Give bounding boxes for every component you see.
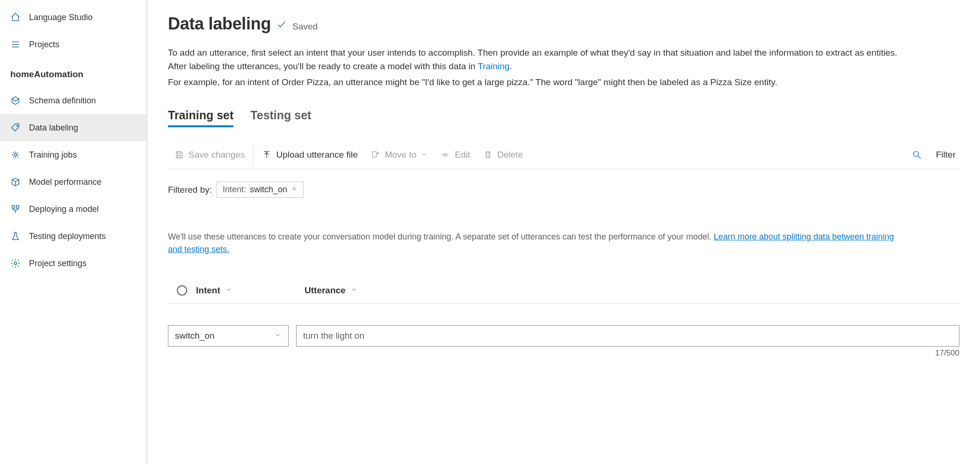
upload-utterance-button[interactable]: Upload utterance file — [255, 141, 364, 169]
tag-icon — [10, 123, 21, 133]
tab-training-set[interactable]: Training set — [168, 109, 233, 127]
deploy-icon — [10, 204, 21, 214]
intent-select-value: switch_on — [175, 331, 215, 341]
gear-icon — [10, 258, 21, 268]
toolbar: Save changes Upload utterance file Move … — [168, 140, 959, 169]
sidebar-item-deploying-model[interactable]: Deploying a model — [0, 196, 146, 223]
svg-rect-8 — [178, 155, 181, 158]
toolbar-label: Save changes — [189, 150, 245, 160]
sidebar-top-label: Language Studio — [29, 13, 93, 22]
edit-button[interactable]: Edit — [434, 141, 477, 169]
input-row: switch_on 17/500 — [168, 325, 959, 358]
sidebar-item-label: Data labeling — [29, 123, 78, 133]
svg-point-3 — [16, 125, 17, 126]
move-to-button[interactable]: Move to — [364, 141, 435, 169]
info-paragraph: We'll use these utterances to create you… — [168, 231, 898, 256]
sidebar-top-projects[interactable]: Projects — [0, 31, 146, 58]
save-icon — [174, 150, 184, 160]
search-button[interactable] — [912, 150, 922, 160]
toolbar-divider — [253, 143, 254, 167]
desc-text: To add an utterance, first select an int… — [168, 48, 897, 71]
sidebar-item-testing-deployments[interactable]: Testing deployments — [0, 223, 146, 250]
page-title-row: Data labeling Saved — [168, 14, 959, 34]
toolbar-label: Upload utterance file — [276, 150, 357, 160]
filtered-by-label: Filtered by: — [168, 185, 212, 195]
filter-row: Filtered by: Intent: switch_on — [168, 181, 959, 198]
sidebar-item-training-jobs[interactable]: Training jobs — [0, 141, 146, 168]
col-header-label: Utterance — [305, 285, 346, 296]
delete-button[interactable]: Delete — [477, 141, 530, 169]
toolbar-label: Filter — [936, 150, 956, 160]
circle-icon — [177, 285, 187, 296]
page-title: Data labeling — [168, 14, 271, 34]
filter-button[interactable]: Filter — [931, 150, 956, 160]
sidebar-item-label: Project settings — [29, 259, 87, 268]
schema-icon — [10, 95, 21, 106]
chevron-down-icon — [421, 150, 428, 160]
svg-line-13 — [918, 156, 921, 159]
save-changes-button[interactable]: Save changes — [168, 141, 251, 169]
svg-point-4 — [14, 153, 17, 156]
chevron-down-icon — [274, 331, 282, 341]
toolbar-label: Edit — [455, 150, 470, 160]
trash-icon — [483, 150, 493, 160]
main-content: Data labeling Saved To add an utterance,… — [147, 0, 980, 464]
col-header-label: Intent — [196, 285, 220, 296]
desc-text-end: . — [509, 61, 512, 71]
svg-point-12 — [913, 151, 918, 156]
cube-icon — [10, 177, 21, 187]
saved-status: Saved — [292, 22, 318, 32]
chevron-down-icon — [350, 285, 358, 296]
training-link[interactable]: Training — [478, 61, 509, 71]
sidebar-item-label: Schema definition — [29, 96, 96, 106]
move-icon — [371, 150, 380, 160]
svg-rect-6 — [16, 206, 19, 209]
svg-rect-5 — [12, 206, 15, 209]
svg-rect-9 — [178, 152, 181, 153]
toolbar-label: Delete — [497, 150, 523, 160]
flask-icon — [10, 231, 21, 241]
utterance-input[interactable] — [296, 325, 959, 347]
tabs: Training set Testing set — [168, 109, 959, 127]
sidebar-item-label: Model performance — [29, 177, 102, 187]
search-icon — [912, 150, 922, 160]
checkmark-icon — [276, 19, 287, 29]
sidebar-item-label: Training jobs — [29, 150, 77, 160]
filter-chip[interactable]: Intent: switch_on — [217, 181, 304, 198]
intent-select[interactable]: switch_on — [168, 325, 289, 347]
edit-icon — [441, 150, 450, 160]
chip-prefix: Intent: — [223, 185, 246, 195]
home-icon — [10, 12, 21, 22]
sidebar-item-model-performance[interactable]: Model performance — [0, 168, 146, 196]
svg-rect-11 — [444, 153, 447, 156]
chevron-down-icon — [225, 285, 232, 296]
sidebar-item-label: Testing deployments — [29, 232, 106, 241]
sidebar: Language Studio Projects homeAutomation … — [0, 0, 147, 464]
tab-testing-set[interactable]: Testing set — [250, 109, 311, 127]
sidebar-item-label: Deploying a model — [29, 204, 99, 214]
svg-point-7 — [14, 262, 17, 265]
close-icon[interactable] — [291, 185, 298, 195]
svg-rect-10 — [372, 152, 376, 157]
select-all-toggle[interactable] — [168, 285, 196, 296]
char-count: 17/500 — [296, 348, 959, 358]
sidebar-item-schema-definition[interactable]: Schema definition — [0, 87, 146, 114]
col-header-utterance[interactable]: Utterance — [305, 285, 959, 296]
info-text: We'll use these utterances to create you… — [168, 232, 714, 241]
table-header: Intent Utterance — [168, 277, 959, 304]
sidebar-item-data-labeling[interactable]: Data labeling — [0, 114, 146, 141]
toolbar-label: Move to — [385, 150, 417, 160]
page-description-1: To add an utterance, first select an int… — [168, 46, 898, 73]
page-description-2: For example, for an intent of Order Pizz… — [168, 75, 898, 89]
sidebar-top-label: Projects — [29, 40, 59, 50]
chip-value: switch_on — [250, 185, 287, 195]
upload-icon — [262, 150, 271, 160]
jobs-icon — [10, 150, 21, 160]
sidebar-item-project-settings[interactable]: Project settings — [0, 250, 146, 277]
col-header-intent[interactable]: Intent — [196, 285, 305, 296]
sidebar-top-language-studio[interactable]: Language Studio — [0, 4, 146, 31]
sidebar-project-name: homeAutomation — [0, 58, 146, 87]
menu-icon — [10, 39, 21, 50]
